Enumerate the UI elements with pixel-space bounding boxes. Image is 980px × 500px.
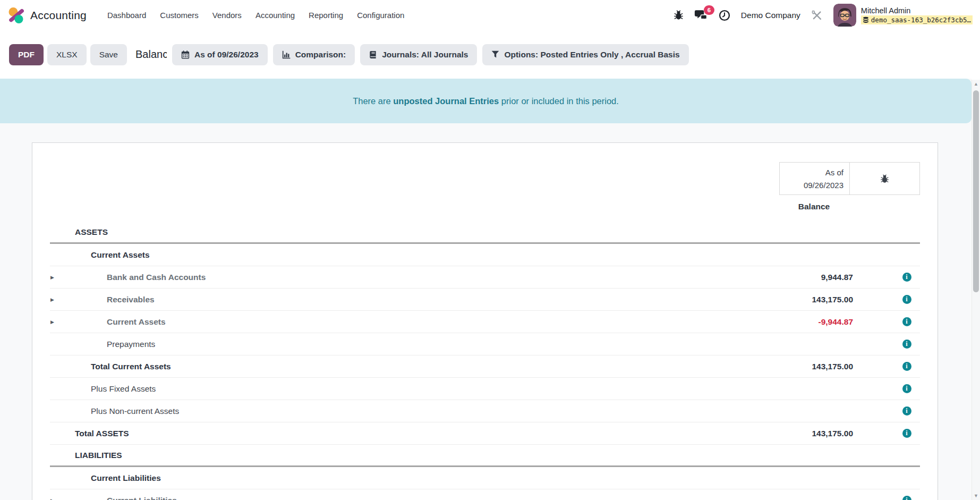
row-label: Current Liabilities <box>50 473 747 483</box>
xlsx-button[interactable]: XLSX <box>47 44 87 65</box>
avatar <box>833 4 856 27</box>
company-switcher[interactable]: Demo Company <box>741 11 800 20</box>
info-icon[interactable]: i <box>902 362 911 371</box>
bar-chart-icon <box>282 50 291 59</box>
row-label: Bank and Cash Accounts <box>50 273 747 282</box>
row-value: 143,175.00 <box>747 362 853 371</box>
app-menu-button[interactable]: Accounting <box>7 6 87 24</box>
report-row: Plus Fixed Assetsi <box>50 378 920 400</box>
row-label: Plus Non-current Assets <box>50 406 747 416</box>
report-row: Total ASSETS143,175.00i <box>50 422 920 445</box>
caret-right-icon[interactable]: ▶ <box>50 498 54 500</box>
report-row: Prepaymentsi <box>50 333 920 355</box>
row-label: ASSETS <box>50 227 747 237</box>
database-badge: demo_saas-163_b26c2f3cb5… <box>861 15 973 25</box>
vertical-scrollbar[interactable]: ▲ ▼ <box>972 80 980 500</box>
unposted-entries-banner: There are unposted Journal Entries prior… <box>0 79 972 123</box>
report-row[interactable]: ▶Bank and Cash Accounts9,944.87i <box>50 266 920 289</box>
report-row: Current Liabilities <box>50 467 920 489</box>
report-rows: ASSETSCurrent Assets▶Bank and Cash Accou… <box>50 222 920 500</box>
balance-sheet-card: As of 09/26/2023 <box>32 142 938 500</box>
message-count-badge: 6 <box>704 5 714 15</box>
info-icon[interactable]: i <box>902 406 911 416</box>
info-icon[interactable]: i <box>902 317 911 326</box>
menu-item-dashboard[interactable]: Dashboard <box>100 6 153 24</box>
report-subheader-row: Balance <box>50 195 920 218</box>
systray: 6 Demo Company <box>674 4 973 27</box>
journals-filter-button[interactable]: Journals: All Journals <box>360 44 477 65</box>
info-icon[interactable]: i <box>902 384 911 393</box>
row-label: Total ASSETS <box>50 429 747 438</box>
row-label: Current Liabilities <box>50 496 747 500</box>
row-value: -9,944.87 <box>747 317 853 327</box>
menu-item-accounting[interactable]: Accounting <box>249 6 302 24</box>
column-header-date: As of 09/26/2023 <box>779 162 850 195</box>
info-icon[interactable]: i <box>902 273 911 282</box>
pdf-button[interactable]: PDF <box>9 44 44 65</box>
banner-text-prefix: There are <box>353 96 393 106</box>
info-icon[interactable]: i <box>902 340 911 349</box>
row-value: 9,944.87 <box>747 273 853 282</box>
options-filter-button[interactable]: Options: Posted Entries Only , Accrual B… <box>482 44 688 65</box>
report-row[interactable]: ▶Current Assets-9,944.87i <box>50 311 920 333</box>
report-title: Balance Sheet <box>135 48 167 61</box>
accounting-app-icon <box>7 6 25 24</box>
calendar-icon <box>181 50 190 59</box>
book-icon <box>369 50 377 59</box>
control-panel: PDF XLSX Save Balance Sheet As of 09/26/… <box>0 30 980 79</box>
caret-right-icon[interactable]: ▶ <box>50 297 54 302</box>
report-row: Plus Non-current Assetsi <box>50 400 920 422</box>
column-header-debug <box>849 162 920 195</box>
unposted-entries-link[interactable]: unposted Journal Entries <box>393 96 499 106</box>
caret-right-icon[interactable]: ▶ <box>50 275 54 280</box>
navbar: Accounting DashboardCustomersVendorsAcco… <box>0 0 980 30</box>
report-row[interactable]: ▶Current Liabilitiesi <box>50 489 920 500</box>
user-menu[interactable]: Mitchell Admin demo_saas-163_b26c2f3cb5… <box>833 4 973 27</box>
info-icon[interactable]: i <box>902 295 911 304</box>
filter-icon <box>491 50 499 58</box>
user-name: Mitchell Admin <box>861 6 973 15</box>
scrollbar-thumb[interactable] <box>973 90 979 292</box>
row-label: Prepayments <box>50 340 747 349</box>
menu-item-customers[interactable]: Customers <box>153 6 206 24</box>
scroll-down-icon[interactable]: ▼ <box>972 493 980 498</box>
comparison-filter-button[interactable]: Comparison: <box>273 44 355 65</box>
activities-clock-icon[interactable] <box>719 10 730 21</box>
caret-right-icon[interactable]: ▶ <box>50 319 54 325</box>
balance-column-label: Balance <box>779 202 849 211</box>
row-label: Current Assets <box>50 317 747 327</box>
scroll-up-icon[interactable]: ▲ <box>972 81 980 87</box>
info-icon[interactable]: i <box>902 429 911 438</box>
row-label: Plus Fixed Assets <box>50 384 747 394</box>
content-area: There are unposted Journal Entries prior… <box>0 79 972 500</box>
database-name: demo_saas-163_b26c2f3cb5… <box>871 16 971 24</box>
database-icon <box>863 16 869 23</box>
app-title: Accounting <box>30 9 87 22</box>
support-tools-icon[interactable] <box>811 10 823 21</box>
save-button[interactable]: Save <box>90 44 127 65</box>
report-row: Total Current Assets143,175.00i <box>50 355 920 378</box>
row-label: LIABILITIES <box>50 451 747 460</box>
navbar-menu: DashboardCustomersVendorsAccountingRepor… <box>100 6 411 24</box>
debug-bug-icon[interactable] <box>674 10 684 20</box>
info-icon[interactable]: i <box>902 496 911 500</box>
report-header-row: As of 09/26/2023 <box>50 162 920 195</box>
report-row: ASSETS <box>50 222 920 244</box>
messages-button[interactable]: 6 <box>694 10 708 21</box>
row-value: 143,175.00 <box>747 429 853 438</box>
report-row[interactable]: ▶Receivables143,175.00i <box>50 289 920 311</box>
row-label: Receivables <box>50 295 747 304</box>
report-row: LIABILITIES <box>50 445 920 467</box>
row-label: Current Assets <box>50 250 747 260</box>
bug-icon <box>880 174 889 183</box>
menu-item-vendors[interactable]: Vendors <box>206 6 249 24</box>
row-value: 143,175.00 <box>747 295 853 304</box>
row-label: Total Current Assets <box>50 362 747 371</box>
date-filter-button[interactable]: As of 09/26/2023 <box>172 44 268 65</box>
report-row: Current Assets <box>50 244 920 266</box>
menu-item-configuration[interactable]: Configuration <box>350 6 411 24</box>
menu-item-reporting[interactable]: Reporting <box>302 6 350 24</box>
banner-text-suffix: prior or included in this period. <box>499 96 619 106</box>
